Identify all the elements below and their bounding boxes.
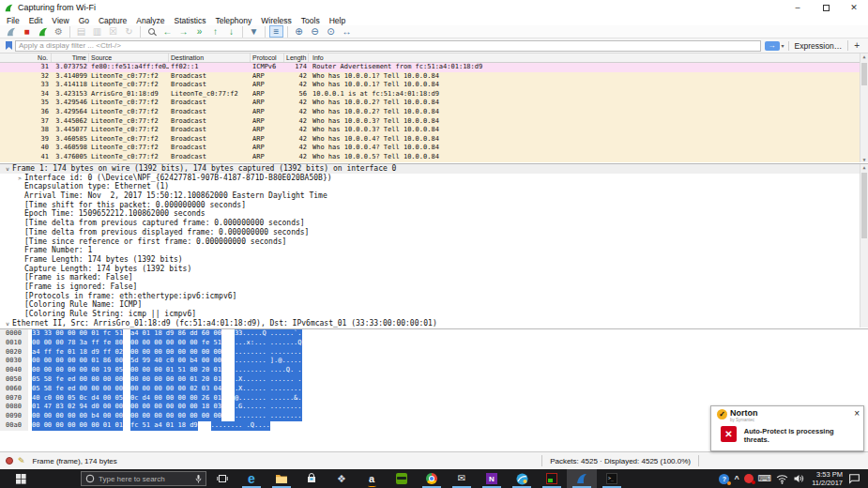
expander-icon[interactable]: > (15, 174, 24, 183)
start-capture-icon[interactable] (4, 25, 18, 38)
detail-line[interactable]: >Interface id: 0 (\Device\NPF_{62427781-… (0, 174, 868, 183)
packet-row[interactable]: 343.423153ArrisGro_01:18:d9LiteonTe_c0:7… (0, 90, 868, 99)
packet-row[interactable]: 363.429564LiteonTe_c0:77:f2BroadcastARP4… (0, 108, 868, 117)
capture-options-gear-icon[interactable]: ⚙ (52, 25, 66, 38)
detail-line[interactable]: [Frame is marked: False] (0, 273, 868, 282)
hex-row[interactable]: 005005 58 fe ed 00 00 00 0000 00 00 00 0… (0, 375, 868, 385)
norton-close-button[interactable]: × (854, 409, 860, 419)
stop-capture-icon[interactable]: ■ (20, 25, 34, 38)
green-app-icon[interactable] (387, 469, 417, 488)
onenote-icon[interactable]: N (477, 469, 507, 488)
show-hidden-icons-chevron[interactable]: ^ (734, 474, 739, 483)
zoom-out-icon[interactable]: ⊖ (308, 25, 322, 38)
colorize-icon[interactable]: ≡ (269, 25, 283, 38)
minimize-button[interactable]: – (784, 0, 812, 15)
menu-tools[interactable]: Tools (297, 16, 325, 25)
open-file-icon[interactable]: ▤ (74, 25, 88, 38)
column-header-time[interactable]: Time (52, 53, 89, 62)
menu-statistics[interactable]: Statistics (169, 16, 210, 25)
hex-row[interactable]: 007040 c0 00 05 0c d4 00 050c d4 00 00 0… (0, 394, 868, 404)
volume-tray-icon[interactable] (793, 474, 804, 483)
scroll-thumb[interactable] (861, 63, 867, 85)
expert-info-icon[interactable] (6, 457, 13, 465)
find-packet-icon[interactable] (145, 25, 159, 38)
expression-button[interactable]: Expression… (788, 41, 848, 51)
scroll-up-icon[interactable]: ▲ (860, 53, 868, 59)
amazon-icon[interactable]: a (357, 469, 387, 488)
packet-row[interactable]: 353.429546LiteonTe_c0:77:f2BroadcastARP4… (0, 99, 868, 108)
menu-capture[interactable]: Capture (94, 16, 131, 25)
autoscroll-icon[interactable]: ▼ (247, 25, 261, 38)
edge-icon[interactable]: e (236, 469, 266, 488)
detail-line[interactable]: [Time shift for this packet: 0.000000000… (0, 201, 868, 210)
detail-line[interactable]: [Time since reference or first frame: 0.… (0, 237, 868, 247)
packet-list-header[interactable]: No.TimeSourceDestinationProtocolLengthIn… (0, 53, 868, 63)
detail-scrollbar[interactable]: ▲ (860, 164, 868, 328)
command-prompt-icon[interactable]: >_ (597, 469, 627, 488)
packet-row[interactable]: 323.414099LiteonTe_c0:77:f2BroadcastARP4… (0, 72, 868, 82)
detail-line[interactable]: [Time delta from previous displayed fram… (0, 228, 868, 237)
go-last-icon[interactable]: ↓ (224, 25, 238, 38)
mail-icon[interactable]: ✉ (447, 469, 477, 488)
column-header-source[interactable]: Source (89, 53, 169, 62)
scroll-down-icon[interactable]: ▼ (860, 157, 868, 162)
menu-telephony[interactable]: Telephony (211, 16, 257, 25)
menu-help[interactable]: Help (325, 16, 350, 25)
paint3d-icon[interactable] (507, 469, 537, 488)
hex-row[interactable]: 006005 58 fe ed 00 00 00 0000 00 00 00 0… (0, 385, 868, 394)
add-filter-button[interactable]: + (847, 40, 865, 51)
menu-view[interactable]: View (47, 16, 73, 25)
detail-line[interactable]: [Frame is ignored: False] (0, 282, 868, 292)
go-forward-icon[interactable]: → (176, 25, 190, 38)
detail-line[interactable]: Epoch Time: 1509652212.100862000 seconds (0, 209, 868, 219)
detail-line[interactable]: vFrame 1: 174 bytes on wire (1392 bits),… (0, 164, 868, 174)
action-center-button[interactable] (848, 473, 860, 484)
menu-wireless[interactable]: Wireless (256, 16, 297, 25)
detail-line[interactable]: Capture Length: 174 bytes (1392 bits) (0, 265, 868, 274)
zoom-original-icon[interactable]: ⊙ (324, 25, 338, 38)
file-explorer-icon[interactable] (266, 469, 297, 488)
game-app-icon[interactable] (537, 469, 567, 488)
menu-go[interactable]: Go (74, 16, 94, 25)
go-back-icon[interactable]: ← (160, 25, 175, 38)
expander-icon[interactable]: v (3, 164, 12, 174)
restart-capture-icon[interactable] (36, 25, 50, 38)
packet-list-scrollbar[interactable]: ▲ ▼ (860, 53, 868, 162)
detail-line[interactable]: Arrival Time: Nov 2, 2017 15:50:12.10086… (0, 191, 868, 201)
packet-row[interactable]: 383.445077LiteonTe_c0:77:f2BroadcastARP4… (0, 126, 868, 135)
hex-row[interactable]: 003000 00 00 00 00 01 86 005d 99 40 c0 0… (0, 357, 868, 366)
wifi-tray-icon[interactable] (776, 474, 788, 484)
help-tray-icon[interactable]: ? (719, 474, 729, 484)
task-view-button[interactable] (212, 469, 233, 488)
column-header-destination[interactable]: Destination (169, 53, 251, 62)
column-header-length[interactable]: Length (284, 53, 309, 62)
resize-columns-icon[interactable]: ↔ (340, 25, 354, 38)
hex-row[interactable]: 004000 00 00 00 00 00 19 0500 00 00 01 5… (0, 366, 868, 375)
column-header-no[interactable]: No. (0, 53, 52, 62)
packet-row[interactable]: 373.445062LiteonTe_c0:77:f2BroadcastARP4… (0, 117, 868, 127)
detail-line[interactable]: Frame Number: 1 (0, 246, 868, 255)
detail-line[interactable]: [Coloring Rule Name: ICMP] (0, 300, 868, 310)
packet-row[interactable]: 393.460585LiteonTe_c0:77:f2BroadcastARP4… (0, 135, 868, 145)
start-button[interactable] (0, 469, 41, 488)
display-filter-input[interactable]: Apply a display filter ... <Ctrl-/> (15, 40, 761, 52)
detail-line[interactable]: [Time delta from previous captured frame… (0, 219, 868, 228)
detail-line[interactable]: vEthernet II, Src: ArrisGro_01:18:d9 (fc… (0, 319, 868, 328)
reload-icon[interactable]: ↻ (122, 25, 136, 38)
detail-line[interactable]: Encapsulation type: Ethernet (1) (0, 182, 868, 191)
taskbar-search-box[interactable]: Type here to search (81, 471, 206, 486)
scroll-up-icon[interactable]: ▲ (862, 164, 865, 170)
filter-history-caret-icon[interactable]: ▾ (782, 42, 784, 49)
packet-row[interactable]: 413.476005LiteonTe_c0:77:f2BroadcastARP4… (0, 153, 868, 162)
wireshark-icon[interactable] (567, 469, 597, 488)
column-header-protocol[interactable]: Protocol (251, 53, 284, 62)
menu-file[interactable]: File (2, 16, 24, 25)
packet-row[interactable]: 313.073752fe80::fe51:a4ff:fe0…ff02::1ICM… (0, 63, 868, 72)
norton-tray-icon[interactable] (744, 474, 754, 483)
close-file-icon[interactable]: ☒ (106, 25, 120, 38)
packet-row[interactable]: 403.460598LiteonTe_c0:77:f2BroadcastARP4… (0, 144, 868, 153)
menu-analyze[interactable]: Analyze (131, 16, 169, 25)
store-icon[interactable] (297, 469, 327, 488)
scroll-thumb[interactable] (861, 173, 867, 238)
packet-row[interactable]: 333.414118LiteonTe_c0:77:f2BroadcastARP4… (0, 81, 868, 90)
